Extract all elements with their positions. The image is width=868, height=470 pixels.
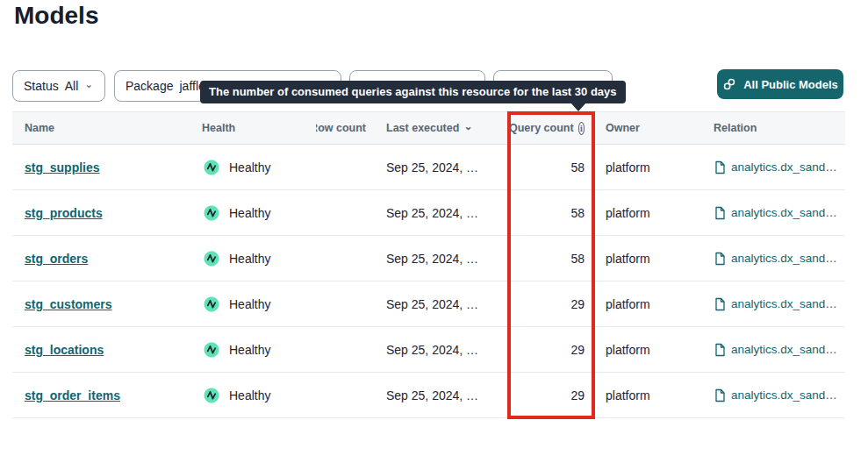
models-page: Models Status All ⌄ Package jaffle_ ⌄ Al…	[0, 0, 868, 470]
model-link[interactable]: stg_locations	[25, 343, 104, 357]
health-status-label: Healthy	[229, 343, 270, 357]
health-cell: Healthy	[202, 158, 316, 177]
query-count-value: 29	[509, 388, 593, 402]
relation-label: analytics.dx_sand…	[731, 297, 837, 310]
last-executed-value: Sep 25, 2024, …	[377, 252, 509, 266]
model-link[interactable]: stg_customers	[25, 297, 112, 311]
page-title: Models	[14, 2, 98, 30]
table-row: stg_order_items Healthy Sep 25, 2024, … …	[12, 373, 845, 418]
column-header-owner: Owner	[593, 122, 701, 134]
all-public-models-button[interactable]: All Public Models	[717, 69, 843, 99]
relation-link[interactable]: analytics.dx_sand…	[714, 160, 837, 174]
relation-label: analytics.dx_sand…	[731, 252, 837, 265]
health-cell: Healthy	[202, 295, 316, 314]
file-icon	[714, 297, 726, 311]
column-header-name: Name	[12, 122, 202, 134]
health-cell: Healthy	[202, 249, 316, 268]
health-status-label: Healthy	[229, 388, 270, 402]
last-executed-label: Last executed	[386, 122, 459, 134]
owner-value: platform	[593, 388, 701, 402]
model-link[interactable]: stg_supplies	[25, 160, 100, 174]
relation-link[interactable]: analytics.dx_sand…	[714, 206, 837, 220]
file-icon	[714, 160, 726, 174]
package-filter-label: Package	[126, 79, 173, 93]
table-row: stg_supplies Healthy Sep 25, 2024, … 58 …	[12, 145, 845, 190]
owner-value: platform	[593, 252, 701, 266]
relation-label: analytics.dx_sand…	[731, 206, 837, 219]
model-link[interactable]: stg_order_items	[25, 388, 120, 402]
query-count-value: 58	[509, 206, 593, 220]
health-badge-icon	[202, 340, 221, 360]
query-count-label: Query count	[509, 122, 574, 134]
relation-link[interactable]: analytics.dx_sand…	[714, 252, 837, 266]
column-header-row-count: Row count	[316, 122, 377, 134]
relation-label: analytics.dx_sand…	[731, 160, 837, 174]
health-badge-icon	[202, 295, 221, 314]
file-icon	[714, 388, 726, 402]
status-filter-value: All	[65, 79, 79, 93]
relation-link[interactable]: analytics.dx_sand…	[714, 388, 837, 402]
file-icon	[714, 343, 726, 357]
models-table: Name Health Row count Last executed ⌄ Qu…	[12, 111, 845, 418]
owner-value: platform	[593, 160, 701, 174]
health-badge-icon	[202, 158, 221, 177]
query-count-value: 58	[509, 252, 593, 266]
table-header: Name Health Row count Last executed ⌄ Qu…	[12, 111, 845, 145]
last-executed-value: Sep 25, 2024, …	[377, 160, 509, 174]
owner-value: platform	[593, 206, 701, 220]
status-filter[interactable]: Status All ⌄	[12, 70, 105, 102]
sort-chevron-icon: ⌄	[463, 122, 472, 132]
query-count-value: 29	[509, 297, 593, 311]
table-row: stg_products Healthy Sep 25, 2024, … 58 …	[12, 190, 845, 236]
relation-label: analytics.dx_sand…	[731, 388, 837, 402]
info-icon[interactable]: i	[578, 122, 585, 135]
last-executed-value: Sep 25, 2024, …	[377, 206, 509, 220]
tooltip-arrow	[570, 103, 586, 111]
query-count-value: 58	[509, 160, 593, 174]
health-status-label: Healthy	[229, 297, 270, 311]
column-header-health: Health	[202, 122, 316, 134]
health-cell: Healthy	[202, 340, 316, 360]
health-cell: Healthy	[202, 386, 316, 405]
query-count-value: 29	[509, 343, 593, 357]
column-header-query-count: Query count i	[509, 122, 593, 135]
health-status-label: Healthy	[229, 252, 270, 266]
relation-link[interactable]: analytics.dx_sand…	[714, 297, 837, 311]
link-icon	[722, 77, 736, 91]
model-link[interactable]: stg_products	[25, 206, 103, 220]
model-link[interactable]: stg_orders	[25, 252, 88, 266]
file-icon	[714, 252, 726, 266]
table-row: stg_locations Healthy Sep 25, 2024, … 29…	[12, 327, 845, 373]
column-header-relation: Relation	[701, 122, 845, 134]
status-filter-label: Status	[24, 79, 59, 93]
health-cell: Healthy	[202, 203, 316, 223]
chevron-down-icon: ⌄	[84, 79, 93, 89]
file-icon	[714, 206, 726, 220]
all-public-models-label: All Public Models	[743, 78, 838, 91]
health-status-label: Healthy	[229, 206, 270, 220]
health-badge-icon	[202, 386, 221, 405]
column-header-last-executed[interactable]: Last executed ⌄	[377, 122, 509, 134]
health-badge-icon	[202, 203, 221, 223]
health-status-label: Healthy	[229, 160, 270, 174]
owner-value: platform	[593, 297, 701, 311]
table-row: stg_orders Healthy Sep 25, 2024, … 58 pl…	[12, 236, 845, 281]
relation-link[interactable]: analytics.dx_sand…	[714, 343, 837, 357]
relation-label: analytics.dx_sand…	[731, 343, 837, 356]
query-count-tooltip: The number of consumed queries against t…	[200, 81, 626, 103]
last-executed-value: Sep 25, 2024, …	[377, 388, 509, 402]
last-executed-value: Sep 25, 2024, …	[377, 297, 509, 311]
last-executed-value: Sep 25, 2024, …	[377, 343, 509, 357]
health-badge-icon	[202, 249, 221, 268]
owner-value: platform	[593, 343, 701, 357]
table-row: stg_customers Healthy Sep 25, 2024, … 29…	[12, 281, 845, 327]
